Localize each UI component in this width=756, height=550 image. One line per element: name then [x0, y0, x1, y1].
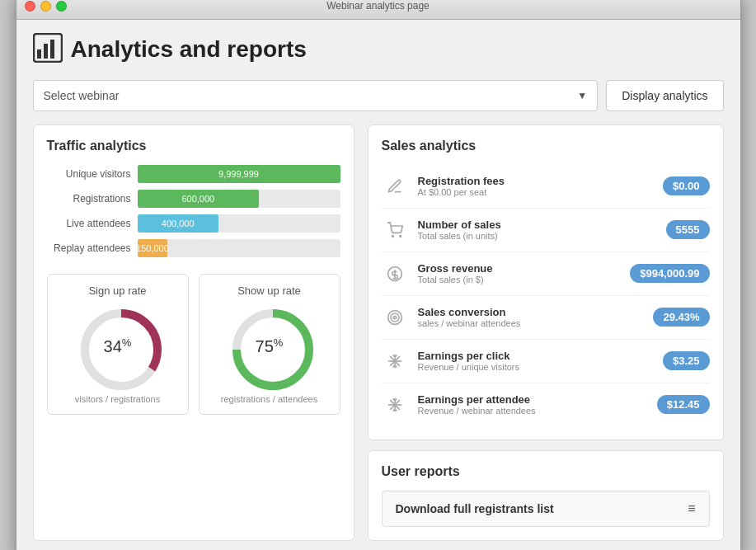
bar-row: Live attendees 400,000 [47, 214, 340, 233]
sales-item: Earnings per attendee Revenue / webinar … [382, 383, 710, 426]
sales-info: Number of sales Total sales (in units) [418, 219, 656, 241]
sales-info: Gross revenue Total sales (in $) [418, 262, 621, 284]
donut-row: Sign up rate 34% visitors / registration… [47, 274, 340, 415]
sales-item-desc: sales / webinar attendees [418, 318, 644, 328]
snowflake-icon [382, 392, 408, 418]
donut-card: Show up rate 75% registrations / attende… [199, 274, 340, 415]
page-header: Analytics and reports [33, 33, 724, 67]
target-icon [382, 304, 408, 331]
sales-info: Earnings per click Revenue / unique visi… [418, 350, 653, 372]
sales-item: Registration fees At $0.00 per seat $0.0… [382, 165, 710, 209]
bar-label: Replay attendees [47, 242, 138, 254]
svg-point-9 [399, 235, 401, 237]
bar-container: 9,999,999 [138, 165, 340, 183]
page-title: Analytics and reports [71, 36, 307, 63]
bar-fill: 600,000 [138, 190, 260, 208]
sales-info: Registration fees At $0.00 per seat [418, 175, 653, 197]
sales-item-desc: Total sales (in units) [418, 231, 656, 241]
bar-row: Replay attendees 150,000 [47, 239, 340, 257]
sales-badge: 29.43% [653, 308, 709, 327]
sales-items: Registration fees At $0.00 per seat $0.0… [382, 165, 710, 426]
webinar-select[interactable]: Select webinar ▼ [33, 80, 599, 111]
window-controls [25, 1, 67, 12]
sales-item: Number of sales Total sales (in units) 5… [382, 209, 710, 252]
dollar-icon [382, 261, 408, 287]
sales-item-name: Earnings per attendee [418, 393, 647, 406]
donut-title: Show up rate [209, 284, 330, 297]
sales-badge: 5555 [666, 220, 710, 239]
sales-badge: $12.45 [657, 395, 710, 414]
sales-info: Earnings per attendee Revenue / webinar … [418, 393, 647, 416]
sales-badge: $0.00 [663, 176, 710, 195]
sales-item-desc: Total sales (in $) [418, 275, 621, 284]
user-reports-panel: User reports Download full registrants l… [368, 450, 724, 541]
main-panels: Traffic analytics Unique visitors 9,999,… [33, 125, 724, 541]
sales-item: Earnings per click Revenue / unique visi… [382, 340, 710, 383]
minimize-button[interactable] [40, 1, 51, 12]
svg-rect-1 [37, 49, 41, 59]
page-content: Analytics and reports Select webinar ▼ D… [16, 20, 740, 551]
sales-title: Sales analytics [382, 139, 710, 153]
sales-item-desc: Revenue / unique visitors [418, 362, 653, 372]
menu-icon: ≡ [688, 501, 695, 516]
donut-chart: 75% [228, 305, 311, 388]
traffic-title: Traffic analytics [47, 139, 340, 153]
donut-card: Sign up rate 34% visitors / registration… [47, 274, 189, 415]
bar-row: Registrations 600,000 [47, 190, 340, 208]
edit-icon [382, 173, 408, 200]
bar-label: Live attendees [47, 218, 138, 229]
sales-item: Gross revenue Total sales (in $) $994,00… [382, 252, 710, 296]
sales-item: Sales conversion sales / webinar attende… [382, 296, 710, 340]
window-title: Webinar analytics page [326, 0, 430, 12]
traffic-panel: Traffic analytics Unique visitors 9,999,… [33, 125, 355, 541]
download-label: Download full registrants list [396, 502, 554, 515]
svg-rect-3 [50, 40, 54, 59]
svg-point-12 [391, 313, 399, 322]
bar-fill: 400,000 [138, 214, 218, 233]
close-button[interactable] [25, 1, 35, 12]
title-bar: Webinar analytics page [16, 0, 740, 20]
donut-subtitle: visitors / registrations [58, 394, 178, 404]
sales-item-name: Number of sales [418, 219, 656, 231]
cart-icon [382, 217, 408, 243]
sales-item-name: Gross revenue [418, 262, 621, 275]
sales-item-name: Sales conversion [418, 306, 644, 318]
bar-container: 150,000 [138, 239, 340, 257]
traffic-bars: Unique visitors 9,999,999 Registrations … [47, 165, 340, 257]
user-reports-title: User reports [382, 464, 710, 479]
sales-item-desc: Revenue / webinar attendees [418, 406, 647, 416]
donut-value: 75% [256, 336, 284, 356]
display-analytics-button[interactable]: Display analytics [606, 80, 723, 111]
download-registrants-button[interactable]: Download full registrants list ≡ [382, 491, 710, 527]
sales-item-name: Registration fees [418, 175, 653, 187]
donut-chart: 34% [77, 305, 159, 388]
donut-title: Sign up rate [58, 284, 178, 297]
sales-badge: $3.25 [663, 351, 710, 370]
sales-panel: Sales analytics Registration fees At $0.… [368, 125, 724, 440]
bar-container: 600,000 [138, 190, 340, 208]
right-panels: Sales analytics Registration fees At $0.… [368, 125, 724, 541]
donut-subtitle: registrations / attendees [209, 394, 330, 404]
chevron-down-icon: ▼ [577, 90, 587, 101]
bar-container: 400,000 [138, 214, 340, 233]
svg-rect-2 [44, 44, 48, 59]
sales-badge: $994,000.99 [630, 264, 709, 283]
svg-point-13 [393, 316, 396, 318]
sales-item-desc: At $0.00 per seat [418, 187, 653, 197]
snowflake-icon [382, 348, 408, 374]
bar-fill: 150,000 [138, 239, 168, 257]
bar-label: Unique visitors [47, 168, 138, 180]
sales-info: Sales conversion sales / webinar attende… [418, 306, 644, 328]
select-placeholder: Select webinar [44, 89, 120, 102]
sales-item-name: Earnings per click [418, 350, 653, 362]
toolbar: Select webinar ▼ Display analytics [33, 80, 724, 111]
bar-label: Registrations [47, 193, 138, 204]
maximize-button[interactable] [56, 1, 67, 12]
bar-fill: 9,999,999 [138, 165, 340, 183]
analytics-icon [33, 33, 63, 67]
svg-point-11 [387, 310, 401, 324]
app-window: Webinar analytics page Analytics and rep… [16, 0, 741, 550]
svg-point-8 [392, 235, 393, 237]
bar-row: Unique visitors 9,999,999 [47, 165, 340, 183]
donut-value: 34% [104, 336, 132, 356]
